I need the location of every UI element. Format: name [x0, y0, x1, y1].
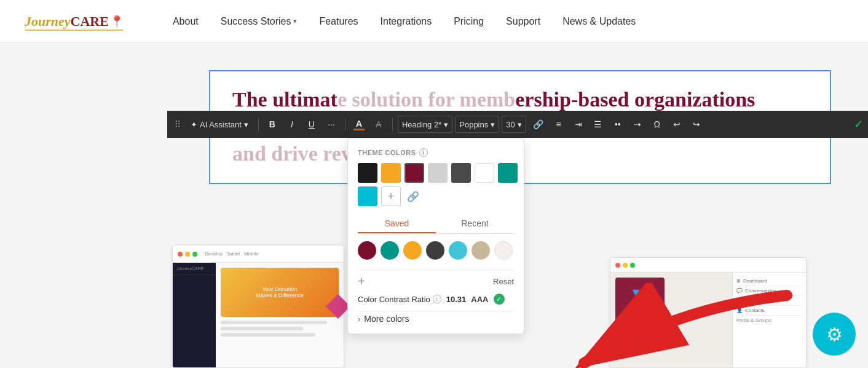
underline-button[interactable]: U — [303, 117, 320, 132]
gear-bubble: ⚙ — [813, 313, 856, 356]
ai-chevron-icon: ▾ — [244, 120, 248, 129]
link-button[interactable]: 🔗 — [529, 117, 548, 132]
heading-select[interactable]: Heading 2* ▾ — [398, 116, 452, 133]
main-content: ⠿ ✦ AI Assistant ▾ B I U ··· A A Heading… — [0, 43, 868, 368]
more-colors-chevron-icon: › — [358, 314, 360, 324]
nav-item-news-updates[interactable]: News & Updates — [562, 16, 636, 27]
saved-swatch-cyan[interactable] — [449, 241, 467, 260]
heading-chevron-icon: ▾ — [444, 120, 448, 129]
theme-swatches-row-1 — [358, 163, 514, 183]
screenshot-right: 🏅 ⊞Dashboard 💬Conversations 📅Schedules 👤… — [610, 257, 807, 368]
nav-item-features[interactable]: Features — [319, 16, 358, 27]
saved-swatch-dark-gray[interactable] — [426, 241, 444, 260]
separator — [258, 118, 259, 131]
sidebar-contacts: 👤Contacts — [736, 306, 802, 316]
contrast-rating: AAA — [471, 295, 488, 304]
color-picker-popup: THEME COLORS i + 🔗 Saved Recent — [347, 138, 524, 334]
link-swatch-button[interactable]: 🔗 — [404, 188, 422, 205]
screenshot-left: Desktop Tablet Mobile JourneyCARE Your D… — [172, 245, 344, 368]
sidebar-schedules: 📅Schedules — [736, 296, 802, 306]
site-header: JourneyCARE📍 About Success Stories ▾ Fea… — [0, 0, 868, 43]
more-button[interactable]: ··· — [323, 117, 340, 132]
swatch-white[interactable] — [475, 163, 494, 183]
saved-swatch-beige[interactable] — [471, 241, 490, 260]
font-chevron-icon: ▾ — [491, 120, 495, 129]
contrast-value: 10.31 — [446, 295, 467, 304]
saved-swatch-dark-red[interactable] — [358, 241, 376, 260]
theme-colors-label: THEME COLORS i — [358, 148, 514, 157]
text-color-button[interactable]: A — [350, 118, 368, 132]
mock-image: Your DonationMakes a Difference — [221, 268, 339, 317]
award-icon-container: 🏅 — [615, 278, 665, 327]
separator-3 — [392, 118, 393, 131]
contrast-info-icon[interactable]: i — [433, 295, 441, 303]
unordered-list-button[interactable]: •• — [609, 117, 626, 132]
italic-button[interactable]: I — [283, 117, 301, 132]
saved-colors-row — [358, 241, 514, 260]
color-picker-footer: + Reset — [358, 270, 514, 287]
contrast-row: Color Contrast Ratio i 10.31 AAA ✓ — [358, 294, 514, 305]
window-dot-red — [178, 252, 183, 257]
sidebar-conversations: 💬Conversations — [736, 286, 802, 296]
add-swatch-button[interactable]: + — [381, 186, 401, 206]
saved-swatch-teal[interactable] — [381, 241, 399, 260]
separator-2 — [345, 118, 345, 131]
tab-recent[interactable]: Recent — [436, 215, 514, 233]
dashboard-sidebar: ⊞Dashboard 💬Conversations 📅Schedules 👤Co… — [732, 273, 806, 367]
award-icon: 🏅 — [626, 289, 654, 315]
size-select[interactable]: 30 ▾ — [502, 116, 526, 133]
swatch-dark-gray[interactable] — [451, 163, 471, 183]
special-chars-button[interactable]: Ω — [649, 117, 666, 132]
indent-button[interactable]: ⇥ — [570, 117, 587, 132]
theme-swatches-row-2: + 🔗 — [358, 186, 514, 206]
undo-button[interactable]: ↩ — [668, 117, 685, 132]
gear-icon: ⚙ — [826, 324, 843, 345]
chevron-down-icon: ▾ — [293, 17, 297, 25]
logo-pin-icon: 📍 — [110, 15, 124, 28]
ordered-list-button[interactable]: ☰ — [590, 117, 607, 132]
redo-button[interactable]: ↪ — [688, 117, 705, 132]
swatch-cyan[interactable] — [358, 186, 377, 206]
swatch-black[interactable] — [358, 163, 377, 183]
font-select[interactable]: Poppins ▾ — [455, 116, 499, 133]
color-tabs: Saved Recent — [358, 215, 514, 234]
swatch-light-gray[interactable] — [428, 163, 448, 183]
info-icon[interactable]: i — [419, 148, 428, 157]
reset-button[interactable]: Reset — [493, 277, 514, 286]
bold-button[interactable]: B — [264, 117, 281, 132]
add-color-button[interactable]: + — [358, 275, 365, 287]
swatch-dark-red[interactable] — [404, 163, 424, 183]
tab-saved[interactable]: Saved — [358, 215, 436, 233]
nav-item-support[interactable]: Support — [506, 16, 540, 27]
contrast-pass-icon: ✓ — [494, 294, 505, 305]
logo-journey: Journey — [25, 14, 71, 30]
ai-assistant-button[interactable]: ✦ AI Assistant ▾ — [186, 118, 253, 132]
size-chevron-icon: ▾ — [518, 120, 522, 129]
window-dot-yellow — [185, 252, 190, 257]
logo-care: CARE — [71, 14, 109, 30]
sparkle-icon: ✦ — [191, 120, 197, 129]
drag-handle-icon: ⠿ — [172, 119, 183, 129]
saved-swatch-orange[interactable] — [403, 241, 422, 260]
contrast-label: Color Contrast Ratio i — [358, 295, 441, 304]
swatch-teal[interactable] — [498, 163, 518, 183]
align-button[interactable]: ≡ — [550, 117, 567, 132]
logo[interactable]: JourneyCARE📍 — [25, 14, 124, 30]
sidebar-dashboard: ⊞Dashboard — [736, 276, 802, 286]
window-dot-green — [192, 252, 197, 257]
saved-swatch-white[interactable] — [494, 241, 513, 260]
nav-item-about[interactable]: About — [173, 16, 199, 27]
confirm-button[interactable]: ✓ — [854, 118, 863, 131]
nav-item-integrations[interactable]: Integrations — [381, 16, 432, 27]
strikethrough-button[interactable]: A — [370, 117, 387, 132]
main-nav: About Success Stories ▾ Features Integra… — [173, 16, 636, 27]
formatting-toolbar: ⠿ ✦ AI Assistant ▾ B I U ··· A A Heading… — [167, 111, 868, 138]
more-colors-button[interactable]: › More colors — [358, 311, 514, 324]
nav-item-pricing[interactable]: Pricing — [454, 16, 484, 27]
text-direction-button[interactable]: ⇢ — [629, 117, 646, 132]
swatch-orange[interactable] — [381, 163, 401, 183]
nav-item-success-stories[interactable]: Success Stories ▾ — [221, 16, 298, 27]
